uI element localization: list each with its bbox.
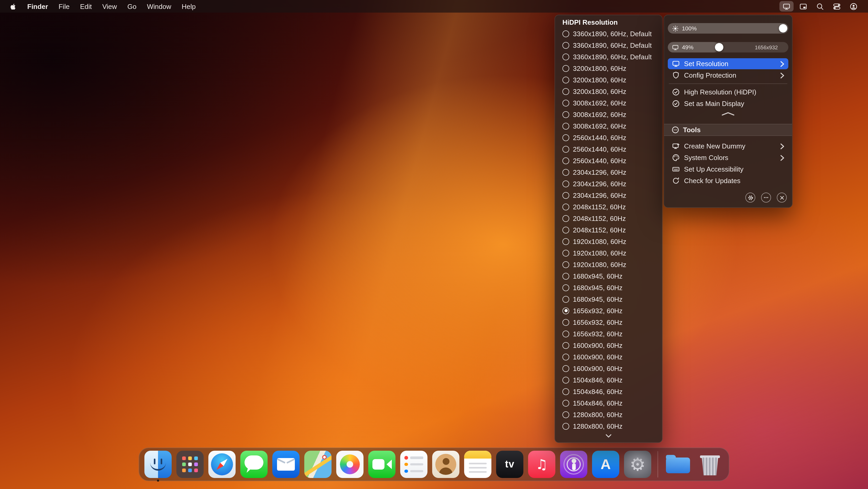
- dock-icon-music[interactable]: ♫: [528, 451, 555, 478]
- palette-icon: [672, 154, 680, 162]
- resolution-label: 2560x1440, 60Hz: [573, 134, 626, 141]
- slider-knob[interactable]: [779, 24, 787, 32]
- dock-icon-settings[interactable]: ⚙: [624, 451, 651, 478]
- apple-menu-icon[interactable]: [7, 2, 22, 10]
- menubar-menu-file[interactable]: File: [53, 2, 75, 10]
- status-control-center-icon[interactable]: [830, 1, 844, 11]
- keyboard-icon: [672, 165, 680, 173]
- dock-icon-mail[interactable]: [272, 451, 300, 478]
- resolution-option-1[interactable]: 3360x1890, 60Hz, Default: [558, 28, 659, 39]
- resolution-option-3[interactable]: 3360x1890, 60Hz, Default: [558, 51, 659, 62]
- resolution-option-7[interactable]: 3008x1692, 60Hz: [558, 97, 659, 109]
- dock-icon-appstore[interactable]: A: [592, 451, 619, 478]
- menu-item-set-up-accessibility[interactable]: Set Up Accessibility: [668, 164, 788, 175]
- resolution-option-25[interactable]: 1656x932, 60Hz: [558, 305, 659, 316]
- menu-item-high-resolution-hidpi[interactable]: High Resolution (HiDPI): [668, 87, 788, 97]
- dock-icon-facetime[interactable]: [368, 451, 396, 478]
- resolution-option-8[interactable]: 3008x1692, 60Hz: [558, 109, 659, 120]
- menubar-menu-edit[interactable]: Edit: [75, 2, 97, 10]
- status-display-icon[interactable]: [779, 1, 794, 11]
- resolution-option-9[interactable]: 3008x1692, 60Hz: [558, 120, 659, 132]
- resolution-option-33[interactable]: 1504x846, 60Hz: [558, 397, 659, 409]
- resolution-scale-slider[interactable]: 49%1656x932: [668, 42, 788, 53]
- status-user-icon[interactable]: [846, 1, 861, 11]
- resolution-option-21[interactable]: 1920x1080, 60Hz: [558, 259, 659, 270]
- resolution-option-2[interactable]: 3360x1890, 60Hz, Default: [558, 39, 659, 51]
- resolution-option-23[interactable]: 1680x945, 60Hz: [558, 282, 659, 293]
- resolution-option-28[interactable]: 1600x900, 60Hz: [558, 340, 659, 351]
- settings-button[interactable]: [745, 193, 755, 203]
- close-button[interactable]: [777, 193, 787, 203]
- scroll-more-chevron[interactable]: [558, 432, 659, 440]
- dock-icon-notes[interactable]: [464, 451, 491, 478]
- menu-item-label: Set as Main Display: [684, 100, 744, 108]
- resolution-option-22[interactable]: 1680x945, 60Hz: [558, 270, 659, 282]
- resolution-option-31[interactable]: 1504x846, 60Hz: [558, 374, 659, 386]
- dock-icon-podcasts[interactable]: [560, 451, 587, 478]
- dock-icon-finder[interactable]: [145, 451, 172, 478]
- resolution-option-24[interactable]: 1680x945, 60Hz: [558, 293, 659, 305]
- resolution-option-19[interactable]: 1920x1080, 60Hz: [558, 236, 659, 247]
- chevron-down-icon: [606, 434, 612, 438]
- resolution-option-13[interactable]: 2304x1296, 60Hz: [558, 166, 659, 178]
- menu-bar: Finder FileEditViewGoWindowHelp: [0, 0, 868, 12]
- more-button[interactable]: [761, 193, 771, 203]
- resolution-option-17[interactable]: 2048x1152, 60Hz: [558, 212, 659, 224]
- dock-icon-maps[interactable]: [304, 451, 332, 478]
- resolution-option-32[interactable]: 1504x846, 60Hz: [558, 386, 659, 397]
- resolution-option-16[interactable]: 2048x1152, 60Hz: [558, 201, 659, 212]
- resolution-option-5[interactable]: 3200x1800, 60Hz: [558, 74, 659, 86]
- running-indicator: [157, 480, 159, 482]
- resolution-option-11[interactable]: 2560x1440, 60Hz: [558, 143, 659, 155]
- menu-item-system-colors[interactable]: System Colors: [668, 152, 788, 163]
- resolution-option-14[interactable]: 2304x1296, 60Hz: [558, 178, 659, 190]
- radio-icon: [562, 146, 569, 152]
- resolution-option-29[interactable]: 1600x900, 60Hz: [558, 351, 659, 363]
- radio-icon: [562, 261, 569, 268]
- dock-icon-messages[interactable]: [240, 451, 268, 478]
- menu-item-label: Set Up Accessibility: [684, 165, 744, 173]
- resolution-option-30[interactable]: 1600x900, 60Hz: [558, 363, 659, 374]
- resolution-label: 1504x846, 60Hz: [573, 376, 622, 384]
- resolution-option-15[interactable]: 2304x1296, 60Hz: [558, 190, 659, 201]
- resolution-option-35[interactable]: 1280x800, 60Hz: [558, 420, 659, 432]
- resolution-option-12[interactable]: 2560x1440, 60Hz: [558, 155, 659, 166]
- resolution-option-10[interactable]: 2560x1440, 60Hz: [558, 132, 659, 143]
- resolution-option-18[interactable]: 2048x1152, 60Hz: [558, 224, 659, 236]
- collapse-button[interactable]: [668, 110, 788, 117]
- brightness-slider[interactable]: 100%: [668, 23, 788, 34]
- menu-item-check-for-updates[interactable]: Check for Updates: [668, 175, 788, 186]
- dock-icon-downloads[interactable]: [664, 451, 692, 478]
- menu-item-create-new-dummy[interactable]: Create New Dummy: [668, 141, 788, 152]
- resolution-option-27[interactable]: 1656x932, 60Hz: [558, 328, 659, 340]
- menu-item-config-protection[interactable]: Config Protection: [668, 70, 788, 81]
- resolution-option-34[interactable]: 1280x800, 60Hz: [558, 409, 659, 420]
- tools-section-header[interactable]: Tools: [664, 124, 792, 136]
- menu-item-set-as-main-display[interactable]: Set as Main Display: [668, 98, 788, 109]
- menu-item-set-resolution[interactable]: Set Resolution: [668, 58, 788, 69]
- dock-icon-reminders[interactable]: [400, 451, 428, 478]
- resolution-option-20[interactable]: 1920x1080, 60Hz: [558, 247, 659, 259]
- menubar-menu-window[interactable]: Window: [142, 2, 177, 10]
- resolution-option-4[interactable]: 3200x1800, 60Hz: [558, 62, 659, 74]
- dock-icon-safari[interactable]: [208, 451, 236, 478]
- dock-icon-trash[interactable]: [696, 451, 723, 478]
- resolution-label: 3200x1800, 60Hz: [573, 64, 626, 72]
- status-window-icon[interactable]: [796, 1, 810, 11]
- active-app-name[interactable]: Finder: [22, 2, 53, 10]
- slider-knob[interactable]: [715, 43, 723, 51]
- dock-icon-tv[interactable]: tv: [496, 451, 523, 478]
- menubar-menu-help[interactable]: Help: [176, 2, 201, 10]
- podcasts-app-icon: [560, 451, 587, 478]
- resolution-label: 1600x900, 60Hz: [573, 364, 622, 372]
- slider-section: 100%49%1656x932: [668, 23, 788, 53]
- status-search-icon[interactable]: [813, 1, 827, 11]
- dock-icon-photos[interactable]: [336, 451, 364, 478]
- resolution-option-6[interactable]: 3200x1800, 60Hz: [558, 86, 659, 97]
- dock-icon-launchpad[interactable]: [176, 451, 204, 478]
- dock-icon-contacts[interactable]: [432, 451, 459, 478]
- menubar-menu-go[interactable]: Go: [122, 2, 142, 10]
- menubar-menu-view[interactable]: View: [97, 2, 122, 10]
- resolution-option-26[interactable]: 1656x932, 60Hz: [558, 316, 659, 328]
- safari-app-icon: [208, 451, 236, 478]
